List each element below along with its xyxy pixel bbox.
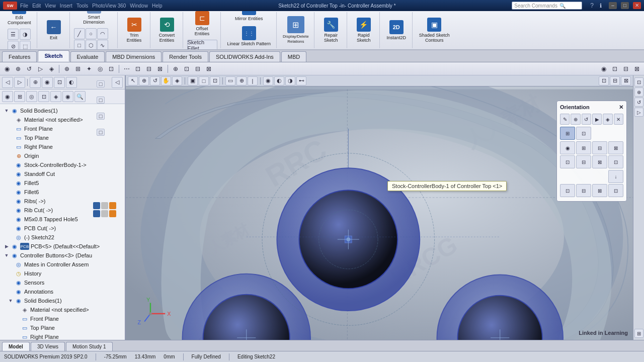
rs-btn-bottom[interactable]: ⊞	[634, 329, 643, 338]
tree-item-frontplane2[interactable]: ▭ Front Plane	[0, 314, 125, 323]
ft-btn-3[interactable]: ⊕	[30, 77, 41, 88]
ow-v2[interactable]: ⊞	[576, 141, 591, 154]
tab-render-tools[interactable]: Render Tools	[163, 51, 208, 62]
tab-mbd-dimensions[interactable]: MBD Dimensions	[106, 51, 162, 62]
vt-origins[interactable]: ⊕	[236, 76, 247, 85]
vt-rotate[interactable]: ↺	[150, 76, 160, 85]
search-bar[interactable]: Search Commands 🔍	[512, 2, 582, 10]
ow-view-named[interactable]: ⊡	[576, 127, 591, 140]
vt-planes[interactable]: ▭	[225, 76, 235, 85]
sketch-tb-rotate[interactable]: ↺	[24, 64, 34, 74]
tree-item-sketch22[interactable]: ◎ (-) Sketch22	[0, 233, 125, 242]
ow-v8[interactable]: ⊡	[608, 155, 623, 168]
lp-icon-4[interactable]: □	[97, 129, 105, 136]
polygon-button[interactable]: ⬡	[86, 40, 97, 50]
shaded-sketch-contours-button[interactable]: ▣ Shaded SketchContours	[417, 16, 452, 44]
sketch-tb-11[interactable]: ⋯	[122, 64, 132, 74]
menu-help[interactable]: Help	[152, 3, 163, 9]
info-icon[interactable]: ℹ	[600, 3, 602, 9]
ft-btn-6[interactable]: ◐	[66, 77, 77, 88]
menu-view[interactable]: View	[45, 3, 56, 9]
mirror-entities-button[interactable]: ⊷ Mirror Entities	[232, 11, 266, 23]
ti-6[interactable]: ◉	[62, 91, 73, 102]
sketch-tb-right-1[interactable]: ◉	[599, 64, 609, 74]
sketch-tb-right-3[interactable]: ⊟	[621, 64, 631, 74]
tree-item-standoffcut[interactable]: ◉ Standoff Cut	[0, 169, 125, 178]
repair-sketch-button[interactable]: 🔧 RepairSketch	[318, 16, 344, 44]
tree-item-stock1[interactable]: ◉ Stock-ControllerBody-1->	[0, 160, 125, 169]
expand-ctrl-buttons[interactable]: ▼	[4, 253, 9, 258]
tab-sketch[interactable]: Sketch	[38, 50, 69, 62]
tree-item-frontplane1[interactable]: ▭ Front Plane	[0, 124, 125, 133]
ow-btn-edit[interactable]: ✎	[560, 114, 570, 125]
tab-mbd[interactable]: MBD	[281, 51, 306, 62]
menu-photoview[interactable]: PhotoView 360	[92, 3, 126, 9]
menu-window[interactable]: Window	[130, 3, 148, 9]
sketch-tb-1[interactable]: ◉	[2, 64, 12, 74]
ow-down-arrow[interactable]: ↓	[608, 170, 623, 183]
ow-btn-close2[interactable]: ✕	[614, 114, 623, 125]
rect-button[interactable]: □	[74, 40, 85, 50]
help-button[interactable]: ?	[590, 2, 594, 9]
vt-right-1[interactable]: ⊡	[599, 76, 609, 85]
expand-solidbodies1[interactable]: ▼	[4, 108, 9, 113]
tree-item-rightplane1[interactable]: ▭ Right Plane	[0, 142, 125, 151]
lp-icon-3[interactable]: □	[97, 113, 105, 120]
sketch-tb-2[interactable]: ⊕	[13, 64, 23, 74]
ow-btn-settings[interactable]: ◈	[603, 114, 612, 125]
menu-edit[interactable]: Edit	[32, 3, 41, 9]
tree-item-sensors[interactable]: ◉ Sensors	[0, 278, 125, 287]
tree-item-ctrl-buttons[interactable]: ▼ ◉ Controller Buttons<3> (Defau	[0, 251, 125, 260]
tree-item-pcbcut[interactable]: ◉ PCB Cut( ->)	[0, 224, 125, 233]
tree-item-material2[interactable]: ◈ Material <not specified>	[0, 305, 125, 314]
rapid-sketch-button[interactable]: ⚡ RapidSketch	[351, 16, 376, 44]
vt-shaded[interactable]: ▣	[188, 76, 198, 85]
vt-right-2[interactable]: ⊟	[610, 76, 620, 85]
ow-v3[interactable]: ⊟	[592, 141, 607, 154]
sketch-tb-settings[interactable]: ◈	[46, 64, 56, 74]
smart-dimension-button[interactable]: ◇ SmartDimension	[80, 11, 107, 26]
tree-item-solidbodies2[interactable]: ▼ ◉ Solid Bodies(1)	[0, 296, 125, 305]
ow-v1[interactable]: ◉	[560, 141, 575, 154]
ow-v12[interactable]: ⊡	[608, 184, 623, 197]
ti-5[interactable]: ◈	[50, 91, 61, 102]
vt-right-maximize[interactable]: ⊠	[621, 76, 631, 85]
spline-button[interactable]: ∿	[97, 40, 108, 50]
ow-btn-add[interactable]: ⊕	[571, 114, 580, 125]
vt-section[interactable]: ◈	[172, 76, 182, 85]
ti-3[interactable]: ◎	[26, 91, 37, 102]
sketch-tb-8[interactable]: ✦	[84, 64, 94, 74]
trim-entities-button[interactable]: ✂ TrimEntities	[122, 16, 147, 44]
sketch-tb-10[interactable]: ⊡	[106, 64, 116, 74]
tree-item-origin1[interactable]: ⊕ Origin	[0, 151, 125, 160]
tab-solidworks-addins[interactable]: SOLIDWORKS Add-Ins	[209, 51, 280, 62]
tree-item-rightplane2[interactable]: ▭ Right Plane	[0, 332, 125, 340]
tree-item-topplane1[interactable]: ▭ Top Plane	[0, 133, 125, 142]
arc-button[interactable]: ◠	[97, 28, 108, 39]
ft-btn-2[interactable]: ▷	[14, 77, 25, 88]
ow-btn-rotate[interactable]: ↺	[582, 114, 591, 125]
offset-entities-button[interactable]: ⊏ OffsetEntities	[190, 11, 215, 38]
ft-left-icon[interactable]: ◁	[112, 77, 123, 88]
minimize-button[interactable]: –	[609, 2, 617, 9]
bottom-tab-3dviews[interactable]: 3D Views	[31, 342, 65, 351]
instant2d-button[interactable]: 2D Instant2D	[384, 19, 409, 42]
ti-2[interactable]: ⊞	[14, 91, 25, 102]
sketch-tb-18[interactable]: ⊠	[204, 64, 214, 74]
sketch-tb-7[interactable]: ⊞	[73, 64, 83, 74]
rs-btn-3[interactable]: ↺	[634, 98, 643, 107]
vt-pan[interactable]: ✋	[161, 76, 171, 85]
ow-v6[interactable]: ⊟	[576, 155, 591, 168]
ow-v4[interactable]: ⊠	[608, 141, 623, 154]
sketch-tb-13[interactable]: ⊟	[144, 64, 154, 74]
viewport[interactable]: RRC 人人素材 RRCG 人人素材	[126, 75, 633, 340]
tree-item-history[interactable]: ◷ History	[0, 269, 125, 278]
ft-btn-4[interactable]: ◉	[42, 77, 53, 88]
no-external-refs-button[interactable]: ⊘	[8, 41, 19, 50]
tree-item-material1[interactable]: ◈ Material <not specified>	[0, 115, 125, 124]
bottom-tab-model[interactable]: Model	[2, 342, 30, 351]
circle-button[interactable]: ○	[86, 28, 97, 39]
ft-btn-5[interactable]: ⊡	[54, 77, 65, 88]
ow-view-single[interactable]: ⊞	[560, 127, 575, 140]
tree-item-topplane2[interactable]: ▭ Top Plane	[0, 323, 125, 332]
